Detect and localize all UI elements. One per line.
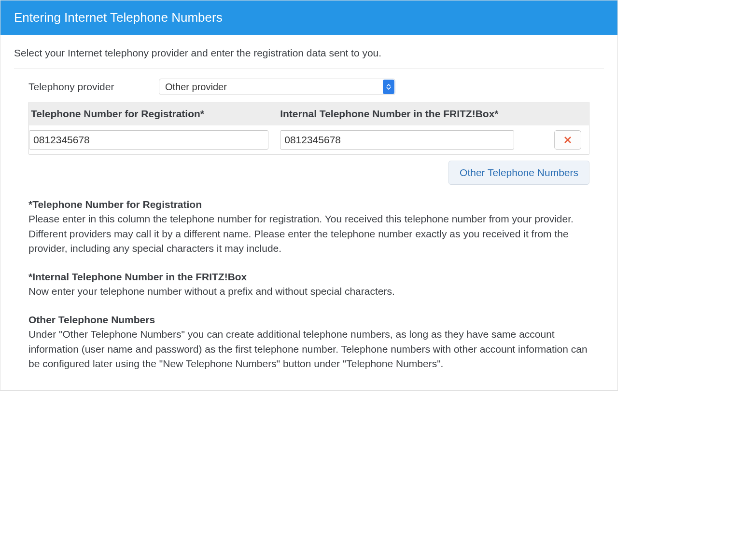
col-header-internal: Internal Telephone Number in the FRITZ!B… xyxy=(278,102,589,125)
panel: Entering Internet Telephone Numbers Sele… xyxy=(0,0,618,391)
provider-row: Telephony provider Other provider xyxy=(28,79,589,95)
intro-text: Select your Internet telephony provider … xyxy=(14,47,604,69)
help-internal: *Internal Telephone Number in the FRITZ!… xyxy=(28,270,589,299)
numbers-table: Telephone Number for Registration* Inter… xyxy=(28,102,589,155)
col-header-registration: Telephone Number for Registration* xyxy=(29,102,278,125)
provider-select[interactable]: Other provider xyxy=(159,79,395,95)
provider-label: Telephony provider xyxy=(28,81,149,93)
page-title: Entering Internet Telephone Numbers xyxy=(0,0,617,35)
provider-select-wrap: Other provider xyxy=(159,79,395,95)
delete-row-button[interactable] xyxy=(554,130,581,150)
table-header: Telephone Number for Registration* Inter… xyxy=(29,102,589,125)
help-registration: *Telephone Number for Registration Pleas… xyxy=(28,197,589,256)
form-area: Telephony provider Other provider Teleph… xyxy=(14,69,604,371)
help-other: Other Telephone Numbers Under "Other Tel… xyxy=(28,313,589,371)
help-registration-title: *Telephone Number for Registration xyxy=(28,197,589,212)
other-telephone-numbers-button[interactable]: Other Telephone Numbers xyxy=(448,161,589,185)
help-internal-title: *Internal Telephone Number in the FRITZ!… xyxy=(28,270,589,284)
help-section: *Telephone Number for Registration Pleas… xyxy=(28,197,589,371)
close-icon xyxy=(563,136,572,144)
help-other-body: Under "Other Telephone Numbers" you can … xyxy=(28,327,589,371)
registration-number-input[interactable] xyxy=(29,130,268,150)
help-other-title: Other Telephone Numbers xyxy=(28,313,589,327)
help-internal-body: Now enter your telephone number without … xyxy=(28,284,589,299)
other-button-row: Other Telephone Numbers xyxy=(28,161,589,185)
internal-number-input[interactable] xyxy=(280,130,514,150)
table-row xyxy=(29,125,589,154)
panel-body: Select your Internet telephony provider … xyxy=(0,35,617,390)
help-registration-body: Please enter in this column the telephon… xyxy=(28,212,589,256)
